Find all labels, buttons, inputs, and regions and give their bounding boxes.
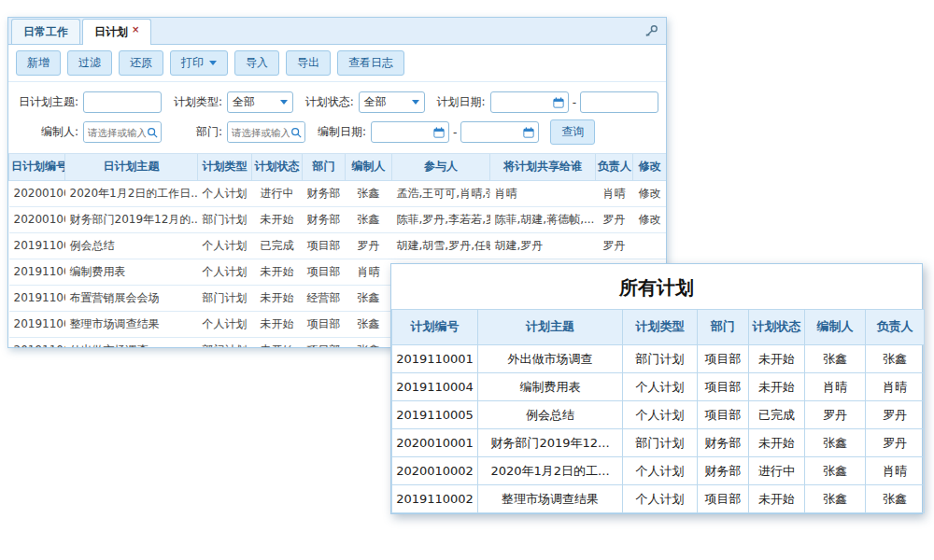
dept-search-field[interactable] (227, 121, 305, 143)
column-header[interactable]: 计划类型 (623, 310, 698, 345)
plan-date-end-input[interactable] (585, 92, 654, 112)
table-cell[interactable]: 2019110001 (9, 337, 65, 348)
column-header[interactable]: 部门 (303, 154, 346, 180)
calendar-icon[interactable] (553, 97, 564, 108)
table-cell: 张鑫 (346, 180, 392, 206)
table-cell: 2020010001 (392, 429, 478, 457)
status-label: 计划状态: (304, 94, 359, 110)
view-log-button[interactable]: 查看日志 (337, 50, 404, 76)
close-icon[interactable]: × (132, 24, 139, 35)
table-row[interactable]: 2019110005例会总结个人计划已完成项目部罗丹胡建,胡雪,罗丹,任晓...… (9, 232, 667, 259)
table-row[interactable]: 2019110004编制费用表个人计划项目部未开始肖晴肖晴 (392, 373, 925, 401)
table-cell[interactable]: 2019110003 (9, 285, 65, 311)
compile-date-end-field[interactable] (460, 121, 539, 143)
restore-button[interactable]: 还原 (119, 50, 163, 76)
column-header[interactable]: 计划状态 (252, 154, 303, 180)
all-plans-window: 所有计划 计划编号计划主题计划类型部门计划状态编制人负责人 2019110001… (390, 263, 923, 514)
query-button[interactable]: 查询 (550, 119, 595, 145)
type-select[interactable]: 全部 (227, 91, 293, 113)
column-header[interactable]: 日计划主题 (65, 154, 198, 180)
compiler-search-field[interactable] (83, 121, 162, 143)
table-cell[interactable]: 2019110002 (9, 311, 65, 337)
column-header[interactable]: 修改 (633, 154, 667, 180)
table-row[interactable]: 20200100022020年1月2日的工作日...个人计划进行中财务部张鑫孟浩… (9, 180, 667, 206)
table-cell[interactable]: 2019110005 (9, 232, 65, 259)
plan-date-end-field[interactable] (580, 91, 658, 113)
column-header[interactable]: 编制人 (346, 154, 392, 180)
table-cell: 财务部 (698, 457, 749, 485)
table-cell: 个人计划 (198, 180, 252, 206)
calendar-icon[interactable] (433, 127, 445, 138)
compile-date-end-input[interactable] (465, 122, 523, 142)
table-cell[interactable]: 2020010002 (9, 180, 65, 206)
column-header[interactable]: 负责人 (866, 310, 925, 345)
plan-date-start-input[interactable] (495, 92, 553, 112)
table-cell[interactable]: 例会总结 (65, 232, 198, 259)
table-cell[interactable]: 编制费用表 (65, 259, 198, 285)
table-cell[interactable]: 整理市场调查结果 (65, 311, 198, 337)
column-header[interactable]: 计划类型 (198, 154, 252, 180)
table-cell[interactable]: 2020010001 (9, 206, 65, 232)
table-cell[interactable]: 外出做市场调查 (65, 337, 198, 348)
table-cell: 个人计划 (623, 485, 698, 513)
search-icon[interactable] (290, 127, 302, 138)
table-cell: 部门计划 (198, 285, 252, 311)
column-header[interactable]: 负责人 (596, 154, 633, 180)
plan-date-start-field[interactable] (490, 91, 569, 113)
table-cell: 2020010002 (392, 457, 478, 485)
table-cell: 部门计划 (623, 429, 698, 457)
import-button[interactable]: 导入 (234, 50, 279, 76)
plan-date-label: 计划日期: (436, 94, 490, 110)
table-cell[interactable]: 罗丹 (596, 206, 633, 232)
table-cell[interactable]: 布置营销展会会场 (65, 285, 198, 311)
column-header[interactable]: 日计划编号 (9, 154, 65, 180)
add-button[interactable]: 新增 (16, 50, 61, 76)
table-cell: 张鑫 (805, 429, 866, 457)
export-button[interactable]: 导出 (286, 50, 331, 76)
compile-date-label: 编制日期: (317, 124, 371, 140)
table-cell[interactable]: 2019110004 (9, 259, 65, 285)
table-cell[interactable]: 修改 (633, 180, 667, 206)
table-cell[interactable]: 2020年1月2日的工作日... (65, 180, 198, 206)
table-body: 2019110001外出做市场调查部门计划项目部未开始张鑫张鑫201911000… (392, 345, 925, 513)
table-cell[interactable]: 罗丹 (596, 232, 633, 259)
table-cell[interactable]: 修改 (633, 206, 667, 232)
tab-daily-work[interactable]: 日常工作 (11, 19, 80, 44)
table-row[interactable]: 20200100022020年1月2日的工...个人计划财务部进行中张鑫肖晴 (392, 457, 925, 485)
table-cell: 罗丹 (866, 429, 925, 457)
type-label: 计划类型: (173, 94, 227, 110)
table-row[interactable]: 2020010001财务部门2019年12...部门计划财务部未开始张鑫罗丹 (392, 429, 925, 457)
filter-row-2: 编制人: 部门: 编制日期: (16, 119, 658, 145)
subject-input[interactable] (83, 91, 162, 113)
compile-date-start-input[interactable] (375, 122, 433, 142)
column-header[interactable]: 参与人 (392, 154, 490, 180)
table-cell: 经营部 (303, 285, 346, 311)
column-header[interactable]: 部门 (698, 310, 749, 345)
column-header[interactable]: 计划主题 (478, 310, 623, 345)
table-cell[interactable]: 财务部门2019年12月的... (65, 206, 198, 232)
column-header[interactable]: 编制人 (805, 310, 866, 345)
print-button[interactable]: 打印 (170, 50, 228, 76)
column-header[interactable]: 计划状态 (749, 310, 805, 345)
calendar-icon[interactable] (523, 127, 534, 138)
table-cell: 2019110001 (392, 345, 478, 373)
tab-daily-plan[interactable]: 日计划× (82, 19, 151, 45)
tab-daily-plan-label: 日计划 (94, 25, 128, 38)
key-icon[interactable] (644, 24, 658, 41)
search-icon[interactable] (147, 127, 158, 138)
table-cell[interactable]: 肖晴 (596, 180, 633, 206)
table-row[interactable]: 2019110002整理市场调查结果个人计划项目部未开始张鑫张鑫 (392, 485, 925, 513)
table-cell: 项目部 (303, 259, 346, 285)
compile-date-start-field[interactable] (371, 121, 449, 143)
table-cell: 未开始 (749, 485, 805, 513)
table-row[interactable]: 2020010001财务部门2019年12月的...部门计划未开始财务部张鑫陈菲… (9, 206, 667, 232)
status-select[interactable]: 全部 (359, 91, 425, 113)
table-row[interactable]: 2019110001外出做市场调查部门计划项目部未开始张鑫张鑫 (392, 345, 925, 373)
filter-button[interactable]: 过滤 (67, 50, 112, 76)
table-row[interactable]: 2019110005例会总结个人计划项目部已完成罗丹罗丹 (392, 401, 925, 429)
column-header[interactable]: 计划编号 (392, 310, 478, 345)
column-header[interactable]: 将计划共享给谁 (490, 154, 596, 180)
table-cell: 胡建,胡雪,罗丹,任晓... (392, 232, 490, 259)
table-cell: 未开始 (252, 285, 303, 311)
table-cell: 2019110002 (392, 485, 478, 513)
